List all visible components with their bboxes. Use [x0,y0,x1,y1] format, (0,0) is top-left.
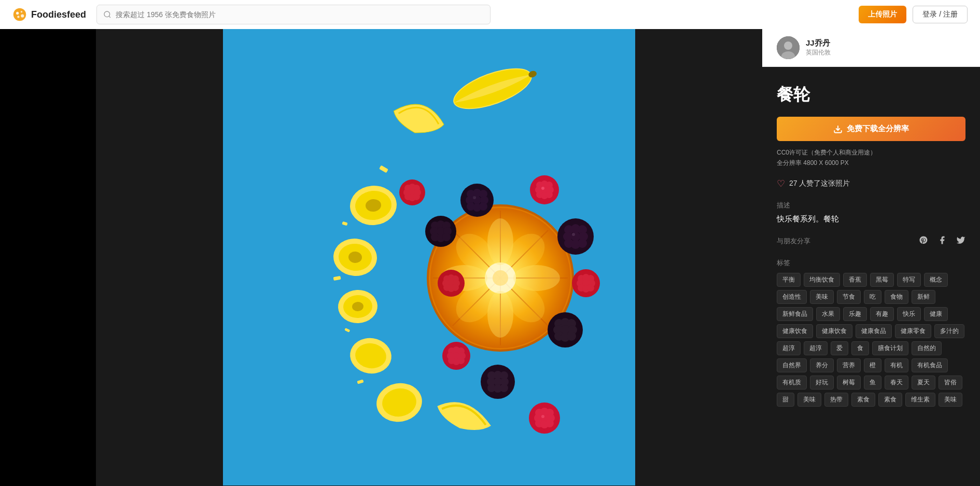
description-label: 描述 [777,201,965,210]
share-row: 与朋友分享 [777,235,965,247]
tag-item[interactable]: 美味 [810,290,834,304]
svg-point-4 [17,16,19,18]
svg-point-5 [104,11,110,17]
tag-item[interactable]: 自然的 [912,341,942,355]
tags-label: 标签 [777,258,965,268]
tag-item[interactable]: 多汁的 [934,324,964,338]
download-button[interactable]: 免费下载全分辨率 [777,117,965,141]
tag-item[interactable]: 黑莓 [870,273,894,287]
author-bar: JJ乔丹 英国伦敦 [762,29,980,67]
svg-point-161 [413,193,420,200]
tag-item[interactable]: 均衡饮食 [804,273,840,287]
author-name[interactable]: JJ乔丹 [806,38,831,48]
tag-item[interactable]: 树莓 [837,376,861,390]
search-bar [96,5,491,24]
image-section [96,29,762,486]
logo-icon [12,7,27,22]
svg-point-58 [473,196,476,199]
svg-point-120 [452,284,459,291]
tag-item[interactable]: 平衡 [777,273,801,287]
tag-item[interactable]: 健康饮食 [816,324,852,338]
tag-item[interactable]: 橙 [864,358,881,372]
author-info: JJ乔丹 英国伦敦 [806,38,831,57]
svg-point-110 [541,187,544,190]
svg-point-79 [572,233,575,236]
main-photo[interactable] [223,29,635,485]
svg-point-109 [545,191,553,198]
tag-item[interactable]: 有机 [885,358,908,372]
login-button[interactable]: 登录 / 注册 [913,6,968,23]
upload-button[interactable]: 上传照片 [859,6,906,23]
tag-item[interactable]: 创造性 [777,290,807,304]
tag-item[interactable]: 乐趣 [843,307,867,321]
pinterest-icon[interactable] [919,235,928,247]
tag-item[interactable]: 食 [851,341,869,355]
tag-item[interactable]: 健康零食 [895,324,931,338]
tag-item[interactable]: 健康食品 [856,324,892,338]
tag-item[interactable]: 健康 [924,307,948,321]
tag-item[interactable]: 超淳 [804,341,828,355]
heart-icon[interactable]: ♡ [777,178,785,189]
tag-item[interactable]: 自然界 [777,358,807,372]
svg-point-163 [784,41,792,50]
right-sidebar-wrapper: JJ乔丹 英国伦敦 餐轮 免费下载全分辨率 CC0许可证（免费个人和商业用途） … [762,29,980,486]
tag-item[interactable]: 美味 [939,393,962,407]
tag-item[interactable]: 养分 [810,358,834,372]
likes-row: ♡ 27 人赞了这张照片 [777,178,965,189]
tag-item[interactable]: 春天 [885,376,908,390]
tag-item[interactable]: 美味 [797,393,821,407]
tag-item[interactable]: 营养 [837,358,861,372]
tag-item[interactable]: 新鲜食品 [777,307,813,321]
tag-item[interactable]: 夏天 [912,376,935,390]
tag-item[interactable]: 有机食品 [912,358,948,372]
svg-point-3 [21,15,24,18]
svg-line-6 [109,16,110,18]
tag-item[interactable]: 香蕉 [843,273,867,287]
search-input[interactable] [116,10,484,19]
tag-item[interactable]: 超淳 [777,341,801,355]
twitter-icon[interactable] [956,235,965,247]
tag-item[interactable]: 水果 [816,307,840,321]
tag-item[interactable]: 吃 [864,290,881,304]
svg-point-140 [457,357,465,364]
description-text: 快乐餐系列。餐轮 [777,214,965,224]
tag-item[interactable]: 节食 [837,290,861,304]
photo-title: 餐轮 [777,84,965,106]
author-avatar[interactable] [777,36,800,59]
tag-item[interactable]: 甜 [777,393,794,407]
tag-item[interactable]: 皆俗 [939,376,962,390]
left-black-area [0,29,96,486]
logo-link[interactable]: Foodiesfeed [12,7,86,22]
facebook-icon[interactable] [937,235,947,247]
resolution-info: 全分辨率 4800 X 6000 PX [777,159,965,168]
license-info: CC0许可证（免费个人和商业用途） [777,148,965,157]
tag-item[interactable]: 素食 [851,393,875,407]
logo-text: Foodiesfeed [31,9,86,20]
tag-item[interactable]: 鱼 [864,376,881,390]
avatar-image [777,36,800,59]
tag-item[interactable]: 维生素 [905,393,935,407]
tag-item[interactable]: 快乐 [897,307,921,321]
author-location: 英国伦敦 [806,48,831,57]
fruit-illustration [223,29,635,485]
main-layout: JJ乔丹 英国伦敦 餐轮 免费下载全分辨率 CC0许可证（免费个人和商业用途） … [0,29,980,486]
tag-item[interactable]: 热带 [824,393,848,407]
svg-point-150 [545,419,554,427]
tag-item[interactable]: 食物 [885,290,908,304]
tag-item[interactable]: 概念 [924,273,948,287]
tag-item[interactable]: 素食 [878,393,902,407]
svg-point-38 [493,270,508,286]
svg-point-99 [500,384,508,392]
tag-item[interactable]: 爱 [831,341,848,355]
tag-item[interactable]: 新鲜 [912,290,935,304]
tag-item[interactable]: 特写 [897,273,921,287]
svg-point-78 [578,239,587,248]
tag-item[interactable]: 健康饮食 [777,324,813,338]
svg-point-151 [541,415,544,418]
tag-item[interactable]: 有机质 [777,376,807,390]
tag-item[interactable]: 有趣 [870,307,894,321]
tag-item[interactable]: 好玩 [810,376,834,390]
svg-point-1 [16,12,19,15]
svg-point-0 [13,8,26,21]
tag-item[interactable]: 膳食计划 [872,341,908,355]
